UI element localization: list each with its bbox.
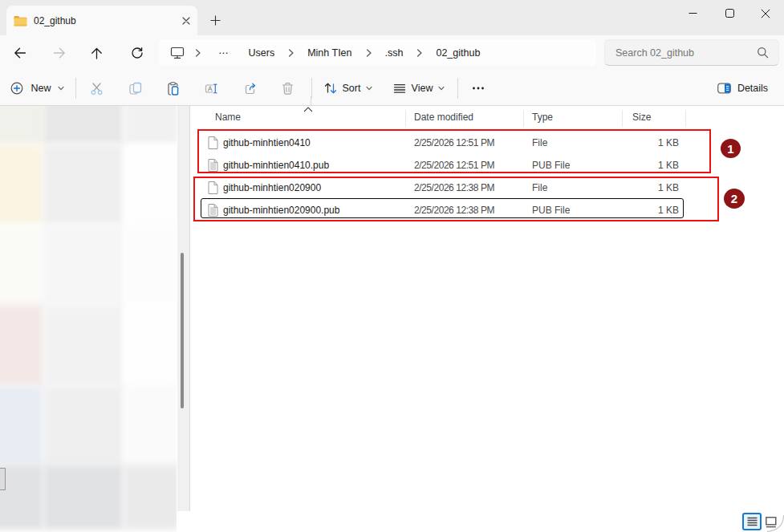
chevron-down-icon [57,84,65,92]
paste-icon [165,81,181,96]
annotation-badge-2: 2 [724,189,745,209]
breadcrumb-item-user[interactable]: Minh TIen [299,47,360,59]
back-button[interactable] [8,41,32,65]
chevron-down-icon [365,84,373,92]
sidebar-blurred-item [43,144,124,225]
chevron-down-icon [437,84,445,92]
column-guide-line [311,96,311,106]
search-icon[interactable] [757,47,769,59]
sidebar-blurred-item [43,465,124,530]
delete-button[interactable] [273,75,302,101]
new-tab-button[interactable] [205,10,225,30]
sidebar-blurred-item [43,304,124,386]
sort-ascending-icon [303,107,313,112]
this-pc-icon[interactable] [170,47,185,59]
copy-button[interactable] [120,75,149,101]
breadcrumb-item-current[interactable]: 02_github [428,47,488,59]
icons-view-icon [765,516,778,528]
folder-icon [14,15,27,26]
ellipsis-icon [471,81,485,95]
sidebar-blurred-item [124,465,177,530]
sidebar-blurred-item [124,304,177,386]
pane-divider [189,106,190,511]
plus-circle-icon [9,80,25,96]
cut-button[interactable] [82,75,111,101]
breadcrumb-chevron-icon [416,49,423,57]
navigation-pane[interactable] [0,106,177,532]
share-button[interactable] [236,75,265,101]
annotation-box-1 [197,129,711,173]
refresh-button[interactable] [125,41,149,65]
breadcrumb-chevron-icon [287,49,295,57]
details-button-label: Details [737,83,768,94]
sidebar-blurred-item [0,465,43,530]
copy-icon [128,81,143,96]
forward-button[interactable] [47,41,71,65]
sort-button[interactable]: Sort [319,75,377,101]
column-separator[interactable] [405,110,406,127]
sidebar-blurred-item [124,386,177,465]
sidebar-blurred-item [0,386,43,465]
sort-icon [323,81,338,95]
column-separator[interactable] [523,110,524,127]
column-header-name[interactable]: Name [215,112,241,123]
sidebar-scrollbar-corner [0,468,6,490]
view-button-label: View [412,83,433,94]
tab-title: 02_github [34,15,177,26]
breadcrumb-chevron-icon [194,49,201,57]
new-button[interactable]: New [6,75,67,101]
sidebar-blurred-item [124,225,177,304]
tab-close-icon[interactable] [177,12,195,30]
sidebar-blurred-item [0,144,43,225]
sidebar-blurred-item [43,106,124,144]
trash-icon [280,81,295,96]
annotation-badge-1: 1 [721,139,741,158]
sidebar-blurred-item [0,304,43,386]
sidebar-scrollbar-thumb[interactable] [181,253,184,408]
toolbar-separator [75,78,76,99]
more-options-button[interactable] [465,75,491,101]
view-button[interactable]: View [388,75,449,101]
close-button[interactable] [747,0,784,26]
icons-view-toggle[interactable] [765,516,778,528]
breadcrumb-ellipsis[interactable]: ⋯ [210,47,237,59]
search-box[interactable]: Search 02_github [604,39,779,66]
rename-button[interactable] [197,75,225,101]
navigation-bar: ⋯ Users Minh TIen .ssh 02_github Search … [0,35,784,71]
details-pane-icon [717,82,732,95]
column-header-type[interactable]: Type [532,112,553,123]
explorer-tab[interactable]: 02_github [6,6,197,35]
sidebar-blurred-item [0,225,43,304]
toolbar-separator [457,78,458,99]
column-header-row: Name Date modified Type Size [191,106,784,128]
cut-icon [89,81,104,96]
column-separator[interactable] [622,110,623,127]
details-view-icon [747,517,758,526]
new-button-label: New [30,83,51,94]
rename-icon [204,81,219,96]
breadcrumb-item-users[interactable]: Users [241,47,283,59]
sidebar-blurred-item [124,106,177,144]
sidebar-blurred-item [43,386,124,465]
breadcrumb-chevron-icon [365,49,372,57]
sidebar-blurred-item [43,225,124,304]
toolbar-separator [311,78,312,99]
column-separator[interactable] [685,110,686,127]
maximize-button[interactable] [711,0,748,26]
share-icon [243,81,258,96]
search-placeholder: Search 02_github [615,47,757,59]
column-header-size[interactable]: Size [632,112,651,123]
breadcrumb-item-ssh[interactable]: .ssh [377,47,412,59]
breadcrumb-bar[interactable]: ⋯ Users Minh TIen .ssh 02_github [159,39,596,66]
details-view-toggle[interactable] [742,513,762,530]
command-toolbar: New [0,71,784,106]
view-icon [392,81,407,95]
minimize-button[interactable] [674,0,711,26]
paste-button[interactable] [158,75,187,101]
title-bar: 02_github [0,0,784,35]
sidebar-blurred-item [124,144,177,225]
up-button[interactable] [84,41,108,65]
selection-focus-rect [201,198,684,218]
column-header-date[interactable]: Date modified [414,112,473,123]
details-pane-button[interactable]: Details [711,75,774,101]
